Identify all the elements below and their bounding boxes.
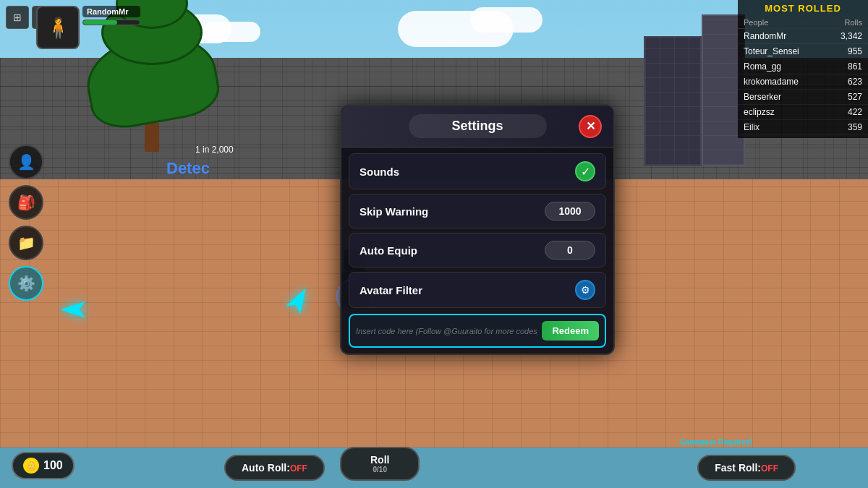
redeem-button[interactable]: Redeem <box>542 321 599 341</box>
avatar-filter-row[interactable]: Avatar Filter ⚙ <box>349 272 606 308</box>
avatar-filter-gear[interactable]: ⚙ <box>575 280 595 300</box>
skip-warning-row[interactable]: Skip Warning 1000 <box>349 194 606 228</box>
skip-warning-label: Skip Warning <box>359 205 428 218</box>
code-input[interactable] <box>356 327 537 335</box>
sounds-row[interactable]: Sounds ✓ <box>349 153 606 189</box>
modal-overlay: Settings ✕ Sounds ✓ Skip Warning 1000 Au… <box>0 0 868 488</box>
code-area: Redeem <box>349 314 606 348</box>
sounds-check: ✓ <box>575 161 595 181</box>
avatar-filter-label: Avatar Filter <box>359 284 422 296</box>
settings-body: Sounds ✓ Skip Warning 1000 Auto Equip 0 … <box>341 147 613 354</box>
settings-header: Settings ✕ <box>341 106 613 147</box>
skip-warning-value[interactable]: 1000 <box>545 202 595 221</box>
settings-title: Settings <box>409 114 547 138</box>
auto-equip-label: Auto Equip <box>359 244 417 257</box>
gear-icon: ⚙ <box>581 284 590 296</box>
auto-equip-value[interactable]: 0 <box>545 241 595 260</box>
settings-modal: Settings ✕ Sounds ✓ Skip Warning 1000 Au… <box>340 104 615 355</box>
auto-equip-row[interactable]: Auto Equip 0 <box>349 233 606 267</box>
sounds-label: Sounds <box>359 166 399 178</box>
close-button[interactable]: ✕ <box>579 115 602 138</box>
check-icon: ✓ <box>581 165 590 179</box>
